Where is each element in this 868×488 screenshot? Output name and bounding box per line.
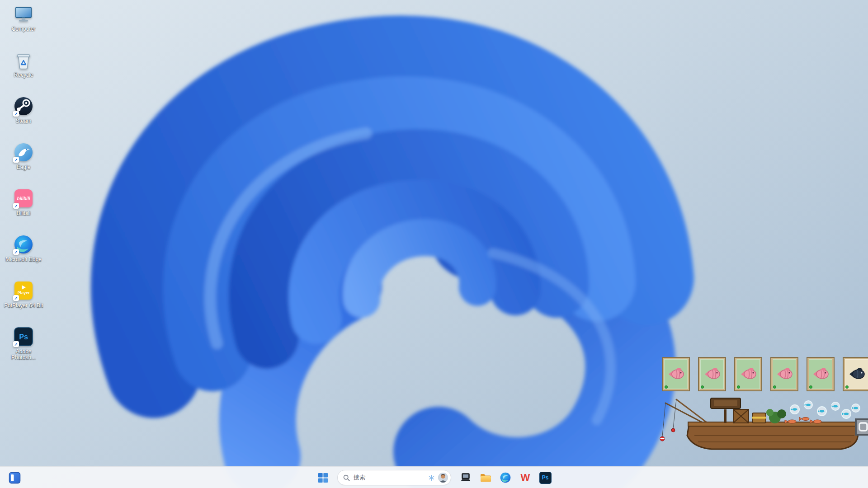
- desktop-icon-label: Recycle: [14, 72, 33, 78]
- wps-icon: W: [521, 473, 530, 483]
- shortcut-arrow-icon: ↗: [13, 249, 19, 255]
- fish-card[interactable]: [663, 358, 689, 390]
- desktop-icon-label: PotPlayer 64 Bit: [4, 303, 43, 309]
- crate: [733, 409, 749, 423]
- shortcut-arrow-icon: ↗: [13, 111, 19, 117]
- taskbar-center-group: 搜索: [314, 469, 554, 487]
- boat-hull: [687, 422, 859, 449]
- svg-text:Ps: Ps: [19, 333, 28, 341]
- steam-icon: ↗: [13, 96, 34, 117]
- dark-fish-icon: [847, 366, 866, 382]
- laptop-icon: [460, 472, 472, 483]
- pink-fish-icon: [739, 366, 758, 382]
- desktop-icon-label: Adobe Photosh...: [3, 349, 44, 361]
- photoshop-icon: Ps ↗: [13, 326, 34, 347]
- pink-fish-icon: [666, 366, 685, 382]
- taskbar-app-photoshop[interactable]: Ps: [536, 469, 554, 487]
- fish-card[interactable]: [699, 358, 725, 390]
- desktop-icon-recycle-bin[interactable]: Recycle: [2, 50, 45, 89]
- card-status-dot: [809, 385, 812, 389]
- photoshop-icon: Ps: [539, 472, 552, 484]
- game-window-button[interactable]: [856, 419, 868, 435]
- desktop-icon-label: Microsoft Edge: [5, 257, 42, 263]
- fish-card[interactable]: [807, 358, 834, 390]
- potplayer-icon: Player ↗: [13, 280, 34, 301]
- bubble-fish-markers: [790, 401, 860, 418]
- search-icon: [343, 474, 350, 481]
- desktop: Computer Recycle: [0, 0, 868, 488]
- desktop-icon-bilibili[interactable]: bilibili ↗ Bilibili: [2, 188, 45, 228]
- fish-card[interactable]: [844, 358, 868, 390]
- desktop-icon-potplayer[interactable]: Player ↗ PotPlayer 64 Bit: [2, 280, 45, 320]
- desktop-icon-microsoft-edge[interactable]: ↗ Microsoft Edge: [2, 234, 45, 274]
- fish-card-row: [663, 358, 868, 390]
- desktop-icon-photoshop[interactable]: Ps ↗ Adobe Photosh...: [2, 326, 45, 366]
- desktop-icon-column: Computer Recycle: [2, 4, 45, 366]
- shortcut-arrow-icon: ↗: [13, 203, 19, 209]
- fish-card[interactable]: [735, 358, 761, 390]
- bilibili-icon: bilibili ↗: [13, 188, 34, 209]
- search-highlight-avatar: [438, 473, 448, 483]
- pink-fish-icon: [811, 366, 830, 382]
- taskbar-app-wps[interactable]: W: [516, 469, 534, 487]
- svg-text:bilibili: bilibili: [17, 196, 30, 201]
- desktop-icon-label: Eagle: [17, 164, 31, 170]
- panel-icon: [9, 472, 21, 484]
- search-box[interactable]: 搜索: [337, 470, 451, 485]
- taskbar: 搜索: [0, 466, 868, 488]
- shortcut-arrow-icon: ↗: [13, 295, 19, 301]
- fishing-boat-game[interactable]: [656, 396, 868, 460]
- taskbar-app-file-explorer[interactable]: [476, 469, 495, 487]
- svg-text:Player: Player: [17, 291, 30, 295]
- shortcut-arrow-icon: ↗: [13, 157, 19, 163]
- card-status-dot: [845, 385, 849, 389]
- desktop-icon-label: Bilibili: [17, 211, 31, 216]
- windows-start-icon: [318, 473, 328, 483]
- card-status-dot: [773, 385, 776, 389]
- snowflake-icon: [429, 475, 434, 481]
- plants: [766, 409, 786, 423]
- recycle-bin-icon: [13, 50, 34, 70]
- shortcut-arrow-icon: ↗: [13, 341, 19, 347]
- search-placeholder: 搜索: [354, 474, 425, 482]
- pink-fish-icon: [703, 366, 722, 382]
- edge-icon: ↗: [13, 234, 34, 255]
- folder-icon: [480, 473, 492, 483]
- computer-icon: [13, 4, 34, 24]
- desktop-icon-computer[interactable]: Computer: [2, 4, 45, 43]
- chest: [752, 413, 766, 423]
- fish-card[interactable]: [771, 358, 797, 390]
- edge-icon: [500, 472, 511, 483]
- card-status-dot: [665, 385, 668, 389]
- desktop-icon-eagle[interactable]: ↗ Eagle: [2, 142, 45, 182]
- desktop-icon-label: Computer: [12, 26, 36, 32]
- taskbar-app-laptop[interactable]: [457, 469, 475, 487]
- widgets-button[interactable]: [5, 469, 24, 487]
- start-button[interactable]: [314, 469, 332, 487]
- desktop-icon-steam[interactable]: ↗ Steam: [2, 96, 45, 136]
- desktop-icon-label: Steam: [16, 118, 32, 124]
- card-status-dot: [737, 385, 740, 389]
- taskbar-app-edge[interactable]: [496, 469, 514, 487]
- card-status-dot: [701, 385, 704, 389]
- eagle-icon: ↗: [13, 142, 34, 163]
- pink-fish-icon: [775, 366, 794, 382]
